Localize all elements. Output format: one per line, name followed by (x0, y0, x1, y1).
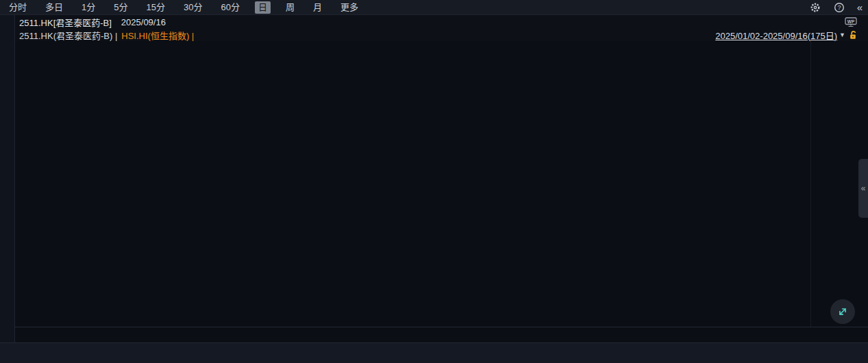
overlay-legend-bar: 2511.HK(君圣泰医药-B) | HSI.HI(恒生指数) | 2025/0… (15, 29, 868, 41)
collapse-panel-handle[interactable]: « (858, 159, 868, 218)
svg-text:WP: WP (847, 18, 855, 23)
period-button-1min[interactable]: 1分 (78, 1, 99, 14)
fullscreen-expand-icon[interactable] (830, 299, 855, 324)
help-icon[interactable]: ? (833, 1, 845, 14)
unlock-icon[interactable] (849, 30, 858, 40)
secondary-series-label: HSI.HI(恒生指数) | (121, 29, 194, 42)
stock-chart-window: 分时多日1分5分15分30分60分日周月更多 ? « 2511.HK[君圣泰医药… (0, 0, 868, 363)
period-button-month[interactable]: 月 (310, 1, 325, 14)
chevron-down-icon[interactable]: ▼ (839, 32, 845, 38)
period-button-fenshi[interactable]: 分时 (5, 1, 30, 14)
symbol-title: 2511.HK[君圣泰医药-B] (19, 16, 112, 29)
period-button-group: 分时多日1分5分15分30分60分日周月更多 (5, 1, 362, 14)
collapse-toolbar-icon[interactable]: « (857, 1, 863, 14)
indicator-tab-bar (0, 342, 868, 363)
period-button-duori[interactable]: 多日 (42, 1, 66, 14)
wp-window-icon[interactable]: WP (845, 17, 857, 27)
period-button-30min[interactable]: 30分 (180, 1, 206, 14)
period-button-15min[interactable]: 15分 (143, 1, 169, 14)
date-range-selector[interactable]: 2025/01/02-2025/09/16(175日) (715, 29, 837, 42)
chart-area[interactable] (15, 41, 810, 327)
gear-icon[interactable] (809, 1, 821, 14)
top-toolbar: 分时多日1分5分15分30分60分日周月更多 ? « (0, 0, 868, 15)
period-button-60min[interactable]: 60分 (217, 1, 243, 14)
svg-text:?: ? (837, 4, 841, 11)
quote-date: 2025/09/16 (121, 17, 166, 27)
period-button-week[interactable]: 周 (282, 1, 298, 14)
period-button-more[interactable]: 更多 (337, 1, 362, 14)
quote-info-bar: 2511.HK[君圣泰医药-B] 2025/09/16 WP (15, 15, 868, 29)
period-button-day[interactable]: 日 (255, 1, 271, 14)
primary-series-label: 2511.HK(君圣泰医药-B) | (19, 29, 117, 42)
x-axis (15, 327, 868, 343)
left-sidebar (0, 15, 15, 342)
period-button-5min[interactable]: 5分 (110, 1, 131, 14)
toolbar-right-group: ? « (809, 1, 863, 14)
